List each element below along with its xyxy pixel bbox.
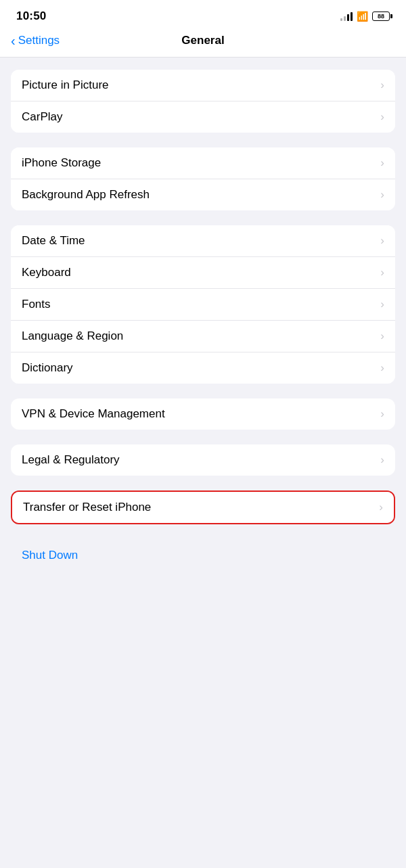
section-vpn: VPN & Device Management › — [11, 398, 395, 430]
row-label: Keyboard — [22, 266, 71, 279]
nav-bar: ‹ Settings General — [0, 28, 406, 58]
row-label: iPhone Storage — [22, 156, 101, 170]
chevron-right-icon: › — [379, 501, 383, 514]
shutdown-label: Shut Down — [22, 549, 78, 562]
chevron-right-icon: › — [380, 110, 384, 124]
wifi-icon: 📶 — [357, 11, 368, 22]
chevron-right-icon: › — [380, 453, 384, 467]
status-bar: 10:50 📶 88 — [0, 0, 406, 28]
chevron-right-icon: › — [380, 266, 384, 279]
chevron-right-icon: › — [380, 234, 384, 248]
list-item[interactable]: CarPlay › — [11, 101, 395, 133]
list-item[interactable]: Date & Time › — [11, 225, 395, 256]
list-item[interactable]: Keyboard › — [11, 256, 395, 288]
shutdown-button[interactable]: Shut Down — [0, 539, 406, 572]
section-storage-refresh: iPhone Storage › Background App Refresh … — [11, 147, 395, 210]
row-label: Language & Region — [22, 329, 123, 343]
back-label: Settings — [18, 34, 60, 47]
row-label: Transfer or Reset iPhone — [23, 501, 151, 514]
section-transfer-reset: Transfer or Reset iPhone › — [11, 490, 395, 524]
transfer-reset-item[interactable]: Transfer or Reset iPhone › — [12, 492, 394, 523]
row-label: Dictionary — [22, 361, 73, 375]
row-label: VPN & Device Management — [22, 407, 165, 421]
row-label: Fonts — [22, 298, 51, 311]
signal-icon — [340, 12, 353, 21]
back-chevron-icon: ‹ — [11, 34, 16, 47]
settings-content: Picture in Picture › CarPlay › iPhone St… — [0, 58, 406, 584]
chevron-right-icon: › — [380, 407, 384, 421]
row-label: Background App Refresh — [22, 188, 150, 202]
chevron-right-icon: › — [380, 156, 384, 170]
list-item[interactable]: Picture in Picture › — [11, 70, 395, 101]
row-label: Legal & Regulatory — [22, 453, 120, 467]
chevron-right-icon: › — [380, 78, 384, 92]
back-button[interactable]: ‹ Settings — [11, 34, 60, 47]
list-item[interactable]: Background App Refresh › — [11, 179, 395, 210]
list-item[interactable]: Fonts › — [11, 288, 395, 320]
battery-icon: 88 — [372, 12, 390, 21]
chevron-right-icon: › — [380, 329, 384, 343]
section-legal: Legal & Regulatory › — [11, 444, 395, 476]
row-label: Picture in Picture — [22, 78, 109, 92]
list-item[interactable]: Legal & Regulatory › — [11, 444, 395, 476]
section-picture-carplay: Picture in Picture › CarPlay › — [11, 70, 395, 133]
chevron-right-icon: › — [380, 298, 384, 311]
status-time: 10:50 — [16, 9, 46, 23]
chevron-right-icon: › — [380, 361, 384, 375]
list-item[interactable]: Language & Region › — [11, 320, 395, 352]
battery-level: 88 — [378, 13, 384, 20]
list-item[interactable]: iPhone Storage › — [11, 147, 395, 179]
row-label: Date & Time — [22, 234, 85, 248]
list-item[interactable]: Dictionary › — [11, 352, 395, 384]
page-title: General — [181, 34, 224, 47]
chevron-right-icon: › — [380, 188, 384, 202]
list-item[interactable]: VPN & Device Management › — [11, 398, 395, 430]
row-label: CarPlay — [22, 110, 62, 124]
section-locale: Date & Time › Keyboard › Fonts › Languag… — [11, 225, 395, 384]
status-icons: 📶 88 — [340, 11, 390, 22]
